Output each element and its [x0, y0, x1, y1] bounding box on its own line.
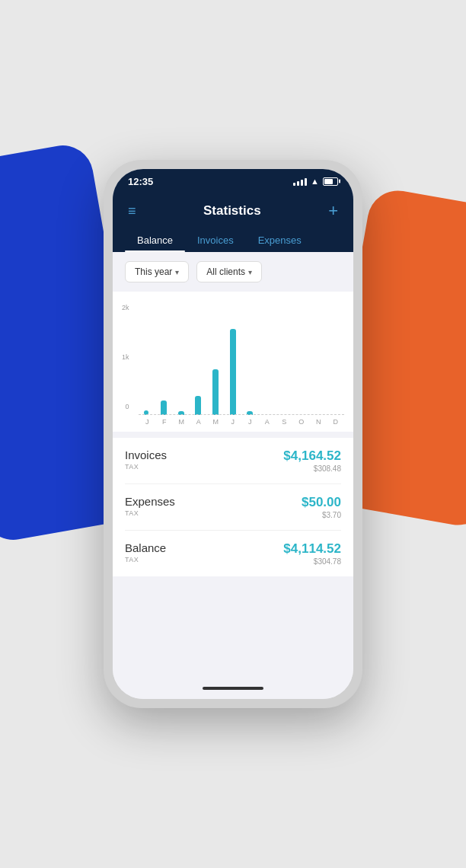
summary-label: Expenses — [125, 495, 175, 508]
home-bar — [203, 687, 263, 690]
signal-icon — [293, 177, 307, 186]
phone-screen: 12:35 ▲ ≡ Statistics + — [113, 169, 353, 699]
chart-section: 2k 1k 0 JFMAMJJASOND — [113, 292, 353, 432]
x-label: N — [310, 418, 327, 426]
summary-sublabel: TAX — [125, 463, 167, 471]
summary-amount: $4,164.52 — [283, 448, 341, 464]
bar-group — [225, 316, 241, 415]
x-label: D — [327, 418, 345, 426]
x-label: J — [225, 418, 242, 426]
x-label: J — [139, 418, 156, 426]
bar-rect — [212, 369, 219, 415]
summary-label-group: Expenses TAX — [125, 495, 175, 517]
bar-rect — [195, 396, 201, 415]
home-indicator — [113, 678, 353, 699]
tab-bar: Balance Invoices Expenses — [113, 228, 353, 252]
summary-tax: $308.48 — [283, 464, 341, 473]
x-label: J — [241, 418, 259, 426]
summary-amount: $4,114.52 — [283, 541, 341, 557]
status-icons: ▲ — [293, 177, 338, 186]
filter-row: This year ▾ All clients ▾ — [113, 252, 353, 292]
x-label: M — [207, 418, 225, 426]
summary-section: Invoices TAX $4,164.52 $308.48 Expenses … — [113, 438, 353, 576]
bar-group — [242, 316, 258, 415]
status-time: 12:35 — [128, 176, 153, 187]
y-label-1k: 1k — [122, 353, 129, 361]
chart-inner — [139, 304, 344, 415]
summary-label: Balance — [125, 541, 166, 554]
y-axis: 2k 1k 0 — [122, 304, 132, 410]
bar-group — [173, 316, 189, 415]
baseline — [139, 414, 344, 415]
bar-rect — [161, 400, 167, 415]
page-title: Statistics — [203, 203, 261, 219]
status-bar: 12:35 ▲ — [113, 169, 353, 193]
bar-rect — [230, 329, 236, 415]
x-label: A — [190, 418, 208, 426]
bar-group — [190, 316, 206, 415]
bar-group — [311, 316, 327, 415]
summary-label-group: Balance TAX — [125, 541, 166, 563]
client-filter[interactable]: All clients ▾ — [196, 261, 262, 282]
x-label: F — [156, 418, 174, 426]
bar-group — [294, 316, 310, 415]
bar-group — [328, 316, 344, 415]
wifi-icon: ▲ — [311, 177, 319, 186]
add-icon[interactable]: + — [328, 201, 338, 221]
y-label-2k: 2k — [122, 304, 129, 311]
x-label: O — [293, 418, 311, 426]
summary-row: Invoices TAX $4,164.52 $308.48 — [125, 438, 341, 484]
bar-group — [276, 316, 292, 415]
bars-area — [139, 304, 344, 415]
tab-balance[interactable]: Balance — [125, 228, 185, 252]
y-label-0: 0 — [126, 403, 129, 410]
x-label: M — [173, 418, 190, 426]
summary-row: Expenses TAX $50.00 $3.70 — [125, 484, 341, 531]
summary-sublabel: TAX — [125, 556, 166, 563]
bar-group — [139, 316, 155, 415]
summary-value-group: $4,114.52 $304.78 — [283, 541, 341, 566]
summary-tax: $3.70 — [302, 511, 341, 519]
chevron-down-icon: ▾ — [248, 268, 252, 276]
phone-frame: 12:35 ▲ ≡ Statistics + — [104, 160, 362, 708]
summary-sublabel: TAX — [125, 509, 175, 517]
summary-value-group: $50.00 $3.70 — [302, 495, 341, 519]
battery-icon — [323, 177, 338, 186]
main-content: This year ▾ All clients ▾ 2k 1k 0 — [113, 252, 353, 678]
hamburger-icon[interactable]: ≡ — [128, 203, 136, 219]
year-filter[interactable]: This year ▾ — [125, 261, 189, 282]
summary-value-group: $4,164.52 $308.48 — [283, 448, 341, 473]
summary-tax: $304.78 — [283, 557, 341, 566]
tab-invoices[interactable]: Invoices — [185, 228, 246, 252]
summary-label-group: Invoices TAX — [125, 448, 167, 471]
x-label: S — [276, 418, 293, 426]
x-label: A — [259, 418, 276, 426]
bar-chart: 2k 1k 0 JFMAMJJASOND — [122, 304, 344, 426]
summary-label: Invoices — [125, 448, 167, 461]
bar-group — [156, 316, 172, 415]
bar-group — [208, 316, 224, 415]
tab-expenses[interactable]: Expenses — [246, 228, 314, 252]
summary-amount: $50.00 — [302, 495, 341, 510]
bar-group — [260, 316, 276, 415]
x-axis: JFMAMJJASOND — [139, 415, 344, 426]
chevron-down-icon: ▾ — [175, 268, 179, 276]
summary-row: Balance TAX $4,114.52 $304.78 — [125, 531, 341, 576]
app-header: ≡ Statistics + — [113, 193, 353, 228]
